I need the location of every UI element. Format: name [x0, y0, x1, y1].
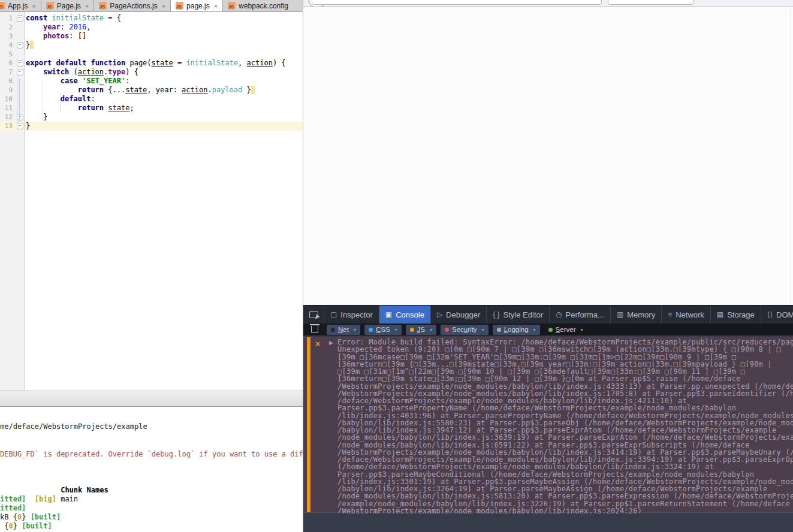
- devtools-tab-label: Style Editor: [503, 310, 543, 319]
- filter-button-css[interactable]: CSS▾: [364, 325, 402, 335]
- code-line: return {...state, year: action.payload }: [25, 86, 303, 95]
- terminal-line: itted]: [0, 504, 26, 513]
- filter-label: JS: [417, 326, 425, 333]
- indent-guide: [60, 93, 61, 113]
- devtools-tab-debugger[interactable]: ▷Debugger: [431, 306, 487, 324]
- js-file-icon: JS: [0, 2, 5, 10]
- devtools-tab-label: Debugger: [446, 310, 480, 319]
- fold-icon[interactable]: −: [17, 114, 23, 120]
- devtools-tab-inspector[interactable]: ▢Inspector: [324, 306, 379, 324]
- filter-button-server[interactable]: Server▾: [544, 325, 587, 335]
- code-line: photos: []: [25, 32, 303, 41]
- fold-icon[interactable]: −: [17, 123, 23, 129]
- dropdown-arrow-icon: ▾: [354, 327, 356, 332]
- line-number: 5: [0, 50, 16, 59]
- fold-icon[interactable]: −: [17, 60, 23, 66]
- js-file-icon: JS: [46, 2, 54, 10]
- tab-label: App.js: [8, 2, 28, 10]
- fold-icon[interactable]: −: [17, 69, 23, 75]
- style-editor-icon: { }: [493, 310, 499, 319]
- devtools-tab-label: Storage: [727, 310, 755, 319]
- filter-button-logging[interactable]: Logging▾: [493, 325, 540, 335]
- fold-guide-line: [17, 69, 17, 131]
- devtools-tab-network[interactable]: ≡Network: [662, 306, 711, 324]
- line-number: 12: [0, 113, 16, 122]
- close-tab-icon[interactable]: ×: [214, 2, 218, 10]
- line-number: 8: [0, 77, 16, 86]
- error-severity-bar: [307, 337, 310, 512]
- devtools-tab-dom[interactable]: ⟨⟩DOM: [761, 306, 793, 324]
- editor-tab-page.js[interactable]: JSpage.js×: [171, 0, 223, 11]
- filter-label: Logging: [504, 326, 529, 333]
- ide-window: JSApp.js×JSPage.js×JSPageActions.js×JSpa…: [0, 0, 303, 532]
- dropdown-arrow-icon: ▾: [533, 327, 536, 332]
- filter-label: CSS: [376, 326, 390, 333]
- devtools-tab-label: Performa...: [566, 310, 604, 319]
- fold-icon[interactable]: −: [17, 15, 23, 22]
- filter-color-dot: [445, 328, 449, 332]
- js-file-icon: JS: [228, 2, 236, 10]
- page-content[interactable]: [303, 7, 793, 304]
- devtools-tab-console[interactable]: ▣Console: [379, 306, 431, 324]
- line-number: 10: [0, 95, 16, 104]
- line-number: 13: [0, 122, 16, 131]
- editor-tab-PageActions.js[interactable]: JSPageActions.js×: [94, 0, 171, 11]
- run-console[interactable]: me/deface/WebstormProjects/exampleDEBUG_…: [0, 407, 303, 532]
- filter-button-security[interactable]: Security▾: [441, 325, 489, 335]
- code-line: [25, 50, 303, 59]
- devtools-tab-label: Memory: [627, 310, 655, 319]
- editor-tab-bar: JSApp.js×JSPage.js×JSPageActions.js×JSpa…: [0, 0, 303, 12]
- filter-label: Net: [338, 326, 349, 333]
- console-output[interactable]: × ▶ Error: Module build failed: SyntaxEr…: [303, 335, 793, 532]
- devtools-tab-memory[interactable]: ▥Memory: [611, 306, 662, 324]
- url-bar[interactable]: [312, 0, 602, 5]
- code-editor[interactable]: 12345678910111213 −−−−−− const initialSt…: [0, 12, 303, 391]
- line-number: 2: [0, 23, 16, 32]
- editor-tab-App.js[interactable]: JSApp.js×: [0, 0, 41, 11]
- fold-icon[interactable]: −: [17, 42, 23, 49]
- devtools-panel: ▢Inspector▣Console▷Debugger{ }Style Edit…: [303, 305, 793, 532]
- highlight-mark: [30, 41, 34, 49]
- error-icon: ×: [315, 339, 320, 349]
- line-number: 6: [0, 59, 16, 68]
- code-line: }: [25, 113, 303, 122]
- js-file-icon: JS: [99, 2, 107, 10]
- filter-color-dot: [497, 328, 501, 332]
- expand-arrow-icon[interactable]: ▶: [329, 340, 333, 346]
- tab-label: PageActions.js: [110, 2, 157, 10]
- devtools-tab-style-editor[interactable]: { }Style Editor: [487, 306, 550, 324]
- devtools-tab-label: Console: [396, 310, 424, 319]
- filter-color-dot: [331, 328, 335, 332]
- close-tab-icon[interactable]: ×: [32, 2, 35, 10]
- indent-guide: [43, 75, 43, 122]
- terminal-line: itted] [big] main: [0, 495, 78, 504]
- console-error-text: Error: Module build failed: SyntaxError:…: [337, 338, 793, 513]
- line-number: 4: [0, 41, 16, 50]
- browser-navbar: [303, 0, 793, 7]
- dropdown-arrow-icon: ▾: [430, 327, 432, 332]
- editor-tab-Page.js[interactable]: JSPage.js×: [41, 0, 94, 11]
- terminal-line: kB {0} [built]: [0, 513, 61, 522]
- close-tab-icon[interactable]: ×: [162, 2, 165, 10]
- close-tab-icon[interactable]: ×: [85, 2, 89, 10]
- tab-label: Page.js: [57, 2, 81, 10]
- pick-element-button[interactable]: [303, 306, 324, 324]
- filter-label: Security: [452, 326, 477, 333]
- code-area[interactable]: const initialState = { year: 2016, photo…: [25, 12, 303, 391]
- filter-button-net[interactable]: Net▾: [327, 325, 360, 335]
- clear-console-button trash-icon[interactable]: [311, 326, 318, 333]
- page-scrollbar-track[interactable]: [791, 7, 791, 304]
- devtools-tab-performa-[interactable]: ◷Performa...: [550, 306, 611, 324]
- terminal-line: DEBUG_FD` is deprecated. Override `debug…: [0, 450, 303, 459]
- highlight-mark: [251, 86, 255, 94]
- editor-tab-webpack.config[interactable]: JSwebpack.config: [223, 0, 303, 11]
- search-bar[interactable]: [608, 0, 694, 5]
- code-line: export default function page(state = ini…: [25, 59, 303, 68]
- code-line: return state;: [25, 104, 303, 113]
- devtools-tab-storage[interactable]: ▤Storage: [711, 306, 761, 324]
- toolwindow-divider[interactable]: [0, 391, 303, 407]
- devtools-tab-label: DOM: [776, 310, 793, 319]
- console-error-row[interactable]: × ▶ Error: Module build failed: SyntaxEr…: [303, 337, 793, 513]
- filter-button-js[interactable]: JS▾: [406, 325, 436, 335]
- pick-element-icon: [309, 311, 318, 318]
